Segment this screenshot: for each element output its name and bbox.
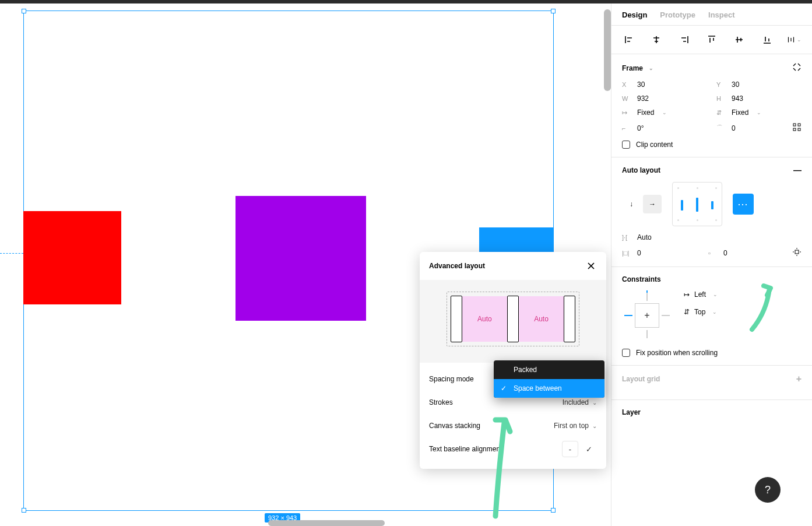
- close-icon[interactable]: [585, 260, 597, 272]
- horizontal-icon: ↦: [684, 290, 690, 299]
- help-button[interactable]: ?: [755, 477, 781, 503]
- clip-content-checkbox[interactable]: [622, 141, 630, 149]
- spacing-field[interactable]: ]·[Auto: [622, 233, 698, 241]
- auto-layout-section: Auto layout — ↓ → ⋯ ]·[Auto |□|0 ▫0: [611, 157, 812, 267]
- constraint-h-dropdown[interactable]: ↦Left⌄: [684, 290, 718, 299]
- preview-gap: Auto: [462, 296, 507, 342]
- strokes-dropdown[interactable]: Included⌄: [563, 398, 597, 406]
- add-layout-grid-icon[interactable]: +: [796, 374, 802, 384]
- remove-auto-layout-icon[interactable]: —: [793, 166, 802, 175]
- resize-to-fit-icon[interactable]: [792, 62, 802, 73]
- canvas-stacking-dropdown[interactable]: First on top⌄: [554, 422, 597, 430]
- alignment-grid[interactable]: [672, 182, 722, 226]
- preview-item: [564, 296, 575, 342]
- distribute-icon[interactable]: ⌄: [788, 33, 802, 47]
- resize-handle-tl[interactable]: [22, 9, 26, 13]
- spacing-mode-option-space-between[interactable]: ✓ Space between: [494, 379, 604, 398]
- fix-position-label: Fix position when scrolling: [636, 349, 718, 357]
- shape-red[interactable]: [23, 211, 121, 304]
- padding-v-icon: ▫: [708, 250, 718, 257]
- text-baseline-row: Text baseline alignment - ✓: [429, 437, 597, 461]
- resize-handle-bl[interactable]: [22, 508, 26, 513]
- fix-position-checkbox[interactable]: [622, 349, 630, 357]
- svg-rect-1: [798, 124, 800, 126]
- constraints-widget[interactable]: +: [622, 290, 672, 341]
- shape-purple[interactable]: [235, 196, 366, 321]
- vertical-resize-icon: ⇵: [716, 109, 726, 117]
- layer-title: Layer: [622, 408, 641, 416]
- frame-section: Frame⌄ X30 Y30 W932 H943 ↦Fixed⌄ ⇵Fixed⌄…: [611, 54, 812, 157]
- tab-inspect[interactable]: Inspect: [708, 10, 735, 19]
- independent-padding-icon[interactable]: [792, 247, 802, 258]
- preview-item: [507, 296, 519, 342]
- check-icon: ✓: [501, 384, 507, 392]
- panel-tabs: Design Prototype Inspect: [611, 3, 812, 26]
- w-field[interactable]: W932: [622, 94, 707, 103]
- h-field[interactable]: H943: [716, 94, 802, 103]
- popup-title: Advanced layout: [429, 262, 485, 270]
- clip-content-label: Clip content: [636, 141, 673, 149]
- chevron-down-icon[interactable]: ⌄: [649, 65, 653, 71]
- preview-item: [451, 296, 462, 342]
- preview-gap: Auto: [519, 296, 564, 342]
- alignment-controls: ⌄: [611, 26, 812, 54]
- layer-section: Layer: [611, 400, 812, 432]
- layout-grid-title: Layout grid: [622, 375, 660, 383]
- text-baseline-label: Text baseline alignment: [429, 445, 502, 453]
- angle-icon: ⌐: [622, 125, 631, 132]
- independent-corners-icon[interactable]: [792, 122, 802, 134]
- advanced-layout-button[interactable]: ⋯: [733, 194, 754, 215]
- constraints-section: Constraints + ↦Left⌄ ⇵Top⌄ Fix position …: [611, 267, 812, 366]
- text-baseline-off[interactable]: -: [562, 441, 578, 457]
- align-hcenter-icon[interactable]: [649, 33, 663, 47]
- align-bottom-icon[interactable]: [760, 33, 774, 47]
- align-right-icon[interactable]: [677, 33, 691, 47]
- canvas-stacking-row: Canvas stacking First on top⌄: [429, 414, 597, 437]
- svg-rect-0: [793, 124, 796, 126]
- inspector-panel: Design Prototype Inspect ⌄ Frame⌄ X30 Y3…: [611, 3, 812, 526]
- direction-horizontal-icon[interactable]: →: [643, 195, 662, 213]
- canvas-scrollbar-h[interactable]: [268, 520, 385, 526]
- corner-radius-icon: ⌒: [716, 124, 726, 132]
- clip-content-row[interactable]: Clip content: [622, 141, 802, 149]
- horizontal-resize-icon: ↦: [622, 109, 631, 117]
- strokes-label: Strokes: [429, 398, 453, 406]
- svg-rect-4: [795, 250, 799, 254]
- canvas-scrollbar-v[interactable]: [604, 9, 611, 91]
- direction-vertical-icon[interactable]: ↓: [622, 195, 641, 213]
- padding-h-field[interactable]: |□|0: [622, 249, 698, 257]
- resize-handle-br[interactable]: [551, 508, 556, 513]
- spacing-icon: ]·[: [622, 234, 631, 241]
- spacing-preview: Auto Auto: [420, 280, 606, 363]
- y-field[interactable]: Y30: [716, 80, 802, 89]
- resize-handle-tr[interactable]: [551, 9, 556, 13]
- spacing-mode-label: Spacing mode: [429, 375, 474, 383]
- rotation-field[interactable]: ⌐0°: [622, 122, 707, 134]
- fix-position-row[interactable]: Fix position when scrolling: [622, 349, 802, 357]
- radius-field[interactable]: ⌒0: [716, 122, 802, 134]
- tab-design[interactable]: Design: [622, 10, 647, 19]
- constraint-v-dropdown[interactable]: ⇵Top⌄: [684, 308, 718, 316]
- layout-grid-section: Layout grid+: [611, 366, 812, 400]
- constraints-title: Constraints: [622, 275, 661, 283]
- tab-prototype[interactable]: Prototype: [660, 10, 695, 19]
- align-left-icon[interactable]: [622, 33, 636, 47]
- padding-v-field[interactable]: ▫0: [708, 249, 767, 257]
- alignment-guide: [0, 253, 23, 254]
- frame-title[interactable]: Frame: [622, 64, 643, 72]
- auto-layout-title: Auto layout: [622, 166, 660, 174]
- align-vcenter-icon[interactable]: [732, 33, 746, 47]
- padding-h-icon: |□|: [622, 250, 631, 257]
- hresize-field[interactable]: ↦Fixed⌄: [622, 108, 707, 117]
- svg-rect-2: [793, 128, 796, 131]
- svg-rect-3: [798, 128, 800, 131]
- vertical-icon: ⇵: [684, 308, 690, 316]
- spacing-mode-menu: Packed ✓ Space between: [494, 360, 604, 398]
- align-top-icon[interactable]: [705, 33, 719, 47]
- canvas-stacking-label: Canvas stacking: [429, 422, 480, 430]
- spacing-mode-option-packed[interactable]: Packed: [494, 360, 604, 379]
- x-field[interactable]: X30: [622, 80, 707, 89]
- text-baseline-on[interactable]: ✓: [581, 441, 597, 457]
- vresize-field[interactable]: ⇵Fixed⌄: [716, 108, 802, 117]
